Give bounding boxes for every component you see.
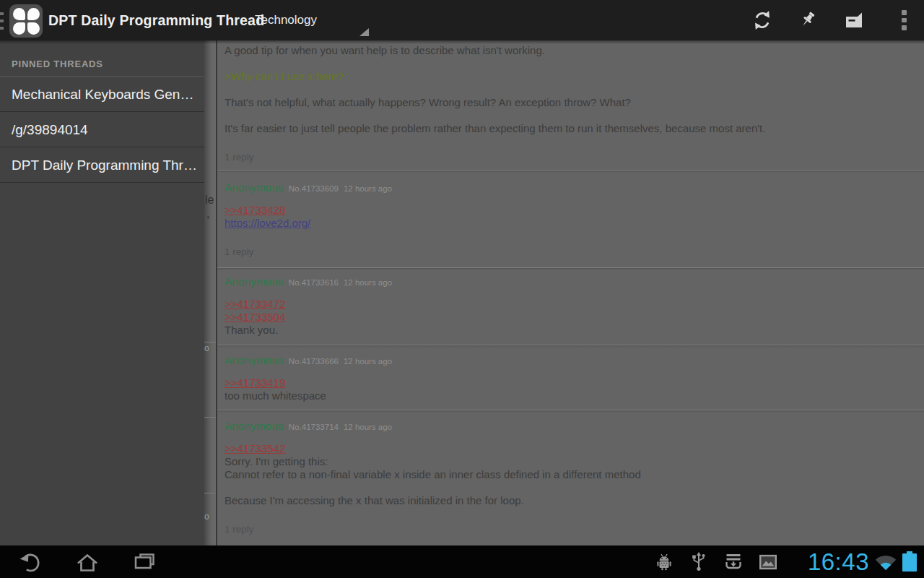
post-number: No.41733666	[289, 357, 339, 366]
poster-name: Anonymous	[225, 275, 284, 288]
post-number: No.41733609	[289, 184, 339, 193]
system-nav-bar: 16:43	[0, 545, 924, 578]
post-number: No.41733616	[289, 278, 339, 287]
quote-link[interactable]: >>41733428	[225, 204, 915, 217]
reply-count[interactable]: 1 reply	[225, 151, 915, 163]
post-line: That's not helpful, what actually happen…	[225, 96, 915, 109]
external-link[interactable]: https://love2d.org/	[225, 217, 915, 230]
thread-title: DPT Daily Programming Thread	[48, 12, 264, 29]
post-line: Thank you.	[225, 324, 915, 337]
wifi-icon	[873, 552, 898, 571]
poster-name: Anonymous	[225, 354, 284, 367]
clipped-text-fragment: o	[204, 512, 209, 522]
post-header: Anonymous No.41733714 12 hours ago	[225, 420, 915, 433]
screenshot-notification[interactable]	[759, 554, 777, 570]
download-icon	[725, 553, 742, 570]
post-line: Because I'm accessing the x that was ini…	[225, 494, 915, 507]
overflow-menu-button[interactable]	[884, 0, 924, 40]
board-spinner[interactable]: Technology	[243, 0, 371, 40]
back-button[interactable]	[6, 545, 52, 578]
reply-icon	[843, 10, 865, 30]
post-cell[interactable]: Anonymous No.41733616 12 hours ago >>417…	[217, 269, 924, 337]
clipped-text-fragment: ,	[206, 207, 209, 220]
poster-name: Anonymous	[225, 420, 284, 433]
post-time: 12 hours ago	[344, 184, 392, 193]
notification-tray[interactable]	[655, 545, 777, 578]
pin-icon	[797, 9, 819, 31]
post-cell[interactable]: Anonymous No.41733666 12 hours ago >>417…	[217, 348, 924, 402]
usb-icon	[692, 552, 706, 571]
pinned-thread-dpt[interactable]: DPT Daily Programming Thr…	[0, 147, 204, 183]
post-line: Sorry. I'm getting this:	[225, 455, 915, 468]
clipped-text-fragment: o	[204, 343, 209, 353]
usb-debugging-notification[interactable]	[655, 553, 673, 571]
status-cluster[interactable]: 16:43	[808, 545, 917, 578]
action-bar: DPT Daily Programming Thread Technology	[0, 0, 924, 40]
pinned-thread-g-39894014[interactable]: /g/39894014	[0, 112, 204, 147]
refresh-button[interactable]	[742, 0, 783, 40]
clover-petal	[13, 8, 25, 20]
clover-petal	[27, 22, 40, 35]
back-icon	[17, 551, 41, 573]
post-time: 12 hours ago	[344, 357, 392, 366]
post-time: 12 hours ago	[344, 423, 392, 431]
quote-link[interactable]: >>41733472	[225, 298, 915, 311]
post-cell[interactable]: Anonymous No.41733609 12 hours ago >>417…	[217, 172, 924, 258]
download-notification[interactable]	[725, 553, 742, 570]
poster-name: Anonymous	[225, 181, 284, 194]
gallery-image-icon	[759, 554, 777, 570]
drawer-header: PINNED THREADS	[0, 59, 204, 77]
post-cell[interactable]: A good tip for when you want help is to …	[217, 41, 924, 163]
dimmed-content-strip[interactable]: le , o o	[204, 40, 216, 545]
pane-divider	[216, 40, 217, 545]
refresh-icon	[751, 9, 773, 31]
list-divider	[204, 417, 216, 418]
greentext-line: >Why can't I use x here?	[225, 70, 915, 83]
home-icon	[75, 551, 100, 573]
clipped-text-fragment: le	[205, 194, 214, 207]
pinned-threads-drawer: PINNED THREADS Mechanical Keyboards Gen……	[0, 40, 204, 545]
post-line: A good tip for when you want help is to …	[225, 44, 915, 57]
post-line: Cannot refer to a non-final variable x i…	[225, 468, 915, 481]
drawer-handle-icon[interactable]	[0, 12, 4, 30]
overflow-icon	[902, 10, 907, 30]
pin-button[interactable]	[788, 0, 828, 40]
reply-button[interactable]	[834, 0, 874, 40]
android-robot-icon	[656, 553, 672, 571]
post-line-blank	[225, 109, 915, 122]
recents-icon	[132, 551, 157, 573]
post-header: Anonymous No.41733609 12 hours ago	[225, 181, 915, 194]
recents-button[interactable]	[121, 545, 167, 578]
reply-count[interactable]: 1 reply	[225, 523, 915, 535]
actionbar-shadow	[0, 40, 924, 44]
quote-link[interactable]: >>41733504	[225, 311, 915, 324]
post-line-blank	[225, 83, 915, 96]
board-spinner-label: Technology	[255, 13, 317, 27]
post-line: It's far easier to just tell people the …	[225, 122, 915, 135]
battery-icon	[902, 551, 917, 572]
list-divider	[204, 342, 216, 342]
post-line-blank	[225, 481, 915, 494]
post-line-blank	[225, 57, 915, 70]
post-header: Anonymous No.41733666 12 hours ago	[225, 354, 915, 367]
post-header: Anonymous No.41733616 12 hours ago	[225, 275, 915, 288]
list-divider	[204, 493, 216, 493]
quote-link[interactable]: >>41733542	[225, 442, 915, 455]
post-time: 12 hours ago	[344, 278, 392, 287]
post-line: too much whitespace	[225, 389, 915, 402]
post-number: No.41733714	[289, 423, 339, 431]
home-button[interactable]	[64, 545, 110, 578]
clover-petal	[27, 8, 40, 20]
clover-app-icon[interactable]	[9, 4, 43, 38]
clock: 16:43	[808, 545, 869, 578]
thread-post-list: A good tip for when you want help is to …	[217, 40, 924, 545]
pinned-thread-mechanical-keyboards[interactable]: Mechanical Keyboards Gen…	[0, 77, 204, 112]
usb-connected-notification[interactable]	[690, 552, 707, 571]
reply-count[interactable]: 1 reply	[225, 246, 915, 258]
quote-link[interactable]: >>41733419	[225, 376, 915, 389]
post-cell[interactable]: Anonymous No.41733714 12 hours ago >>417…	[217, 412, 924, 535]
spinner-caret-icon	[359, 28, 369, 36]
clover-petal	[13, 22, 25, 35]
